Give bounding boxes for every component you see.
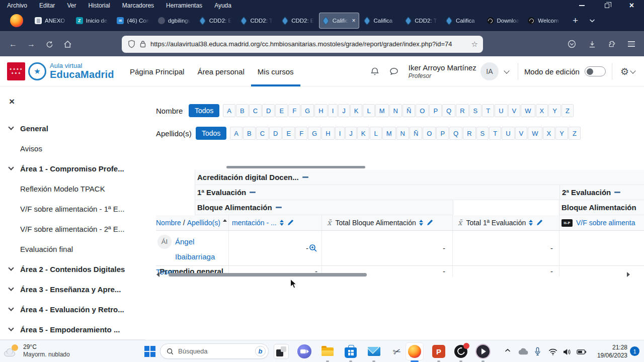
letter-filter-button[interactable]: J bbox=[338, 104, 350, 117]
start-button[interactable] bbox=[144, 346, 155, 357]
messages-icon[interactable] bbox=[389, 66, 399, 76]
course-index-row[interactable]: Reflexión Modelo TPACK bbox=[0, 178, 145, 199]
letter-filter-button[interactable]: F bbox=[288, 104, 300, 117]
letter-filter-button[interactable]: M bbox=[382, 127, 396, 140]
letter-filter-button[interactable]: O bbox=[416, 104, 429, 117]
letter-filter-button[interactable]: Z bbox=[561, 104, 574, 117]
letter-filter-button[interactable]: T bbox=[482, 104, 494, 117]
browser-tab[interactable]: Califica bbox=[442, 13, 482, 29]
browser-tab[interactable]: CDD2: E bbox=[196, 13, 236, 29]
media-player-icon[interactable] bbox=[476, 344, 490, 358]
course-index-row[interactable]: V/F sobre alimentación - 1ª E... bbox=[0, 199, 145, 219]
browser-tab[interactable]: CDD2: E bbox=[278, 13, 318, 29]
collapse-minus-icon[interactable] bbox=[276, 207, 282, 209]
minimize-icon[interactable] bbox=[579, 5, 585, 6]
pocket-icon[interactable] bbox=[568, 40, 576, 48]
letter-filter-button[interactable]: W bbox=[528, 127, 542, 140]
letter-filter-button[interactable]: R bbox=[456, 104, 468, 117]
home-icon[interactable] bbox=[58, 40, 76, 49]
letter-filter-button[interactable]: N bbox=[396, 127, 409, 140]
close-sidebar-icon[interactable]: × bbox=[9, 98, 17, 106]
edit-pencil-icon[interactable] bbox=[287, 219, 294, 226]
tray-expand-chevron-icon[interactable] bbox=[505, 348, 511, 352]
course-index-row[interactable]: Área 1 - Compromiso Profe... bbox=[0, 158, 145, 178]
letter-filter-button[interactable]: E bbox=[275, 104, 288, 117]
gear-icon[interactable]: ⚙ bbox=[620, 66, 629, 77]
notification-count-badge[interactable]: 1 bbox=[630, 346, 639, 356]
chevron-down-icon[interactable] bbox=[8, 285, 14, 291]
bing-icon[interactable]: b bbox=[255, 346, 266, 356]
bookmark-star-icon[interactable]: ☆ bbox=[471, 40, 478, 49]
sort-icon[interactable] bbox=[280, 220, 284, 226]
letter-filter-button[interactable]: G bbox=[308, 127, 321, 140]
menu-item[interactable]: Ayuda bbox=[214, 2, 231, 9]
lock-icon[interactable] bbox=[140, 40, 146, 48]
letter-filter-button[interactable]: W bbox=[521, 104, 535, 117]
list-tabs-chevron-icon[interactable] bbox=[589, 19, 595, 23]
browser-tab[interactable]: CDD2: T bbox=[401, 13, 441, 29]
close-icon[interactable]: × bbox=[629, 2, 634, 9]
microphone-icon[interactable] bbox=[534, 347, 541, 356]
browser-tab[interactable]: Welcom bbox=[524, 13, 565, 29]
course-index-row[interactable]: Área 2 - Contenidos Digitales bbox=[0, 259, 145, 279]
wifi-icon[interactable] bbox=[548, 348, 557, 355]
letter-filter-button[interactable]: K bbox=[350, 104, 363, 117]
letter-filter-button[interactable]: O bbox=[423, 127, 436, 140]
tray-clock[interactable]: 21:28 19/06/2023 bbox=[591, 343, 627, 359]
browser-tab[interactable]: ANEXO 1 - T bbox=[31, 13, 71, 29]
letter-filter-button[interactable]: T bbox=[489, 127, 501, 140]
settings-chevron-icon[interactable] bbox=[630, 68, 635, 73]
nav-link[interactable]: Mis cursos bbox=[251, 56, 300, 86]
task-view-icon[interactable] bbox=[274, 344, 288, 358]
letter-filter-button[interactable]: B bbox=[236, 104, 249, 117]
collapse-minus-icon[interactable] bbox=[250, 192, 256, 194]
notifications-bell-icon[interactable] bbox=[370, 66, 380, 76]
weather-widget[interactable]: 29°C Mayorm. nublado bbox=[4, 343, 70, 358]
letter-filter-button[interactable]: Q bbox=[449, 127, 462, 140]
shield-icon[interactable] bbox=[128, 40, 135, 48]
letter-filter-button[interactable]: X bbox=[536, 104, 548, 117]
browser-tab[interactable]: dgbilinguism bbox=[154, 13, 195, 29]
letter-filter-button[interactable]: R bbox=[463, 127, 475, 140]
letter-filter-button[interactable]: U bbox=[502, 127, 514, 140]
letter-filter-button[interactable]: H bbox=[321, 127, 334, 140]
menu-item[interactable]: Herramientas bbox=[166, 2, 202, 9]
letter-filter-button[interactable]: I bbox=[328, 104, 338, 117]
microsoft-store-icon[interactable] bbox=[344, 344, 358, 358]
reload-icon[interactable] bbox=[40, 40, 58, 49]
scroll-right-icon[interactable] bbox=[627, 272, 630, 277]
letter-filter-button[interactable]: V bbox=[508, 104, 521, 117]
taskbar-search[interactable]: Búsqueda b bbox=[160, 343, 269, 359]
collapse-minus-icon[interactable] bbox=[302, 176, 308, 178]
course-index-row[interactable]: Área 4 - Evaluación y Retro... bbox=[0, 299, 145, 319]
course-index-row[interactable]: Área 5 - Empoderamiento ... bbox=[0, 319, 145, 339]
letter-filter-button[interactable]: D bbox=[262, 104, 275, 117]
edit-pencil-icon[interactable] bbox=[426, 219, 433, 226]
onedrive-icon[interactable] bbox=[518, 348, 528, 355]
zoom-in-icon[interactable] bbox=[309, 244, 317, 252]
letter-filter-button[interactable]: P bbox=[429, 104, 442, 117]
letter-filter-button[interactable]: G bbox=[301, 104, 314, 117]
course-index-row[interactable]: General bbox=[0, 118, 145, 138]
collapse-minus-icon[interactable] bbox=[614, 192, 620, 194]
sort-nombre-link[interactable]: Nombre bbox=[156, 219, 181, 227]
letter-filter-button[interactable]: E bbox=[282, 127, 295, 140]
letter-filter-button[interactable]: Ñ bbox=[410, 127, 422, 140]
letter-filter-button[interactable]: A bbox=[230, 127, 243, 140]
chevron-down-icon[interactable] bbox=[8, 164, 14, 170]
volume-icon[interactable] bbox=[563, 348, 572, 355]
letter-filter-button[interactable]: C bbox=[249, 104, 262, 117]
letter-filter-button[interactable]: Ñ bbox=[403, 104, 415, 117]
sort-icon[interactable] bbox=[419, 220, 423, 226]
snipping-tool-icon[interactable]: ✂ bbox=[388, 343, 406, 360]
restore-icon[interactable] bbox=[605, 4, 609, 8]
browser-tab[interactable]: Downloa bbox=[484, 13, 524, 29]
obs-icon[interactable] bbox=[454, 344, 468, 358]
letter-filter-button[interactable]: J bbox=[345, 127, 357, 140]
menu-item[interactable]: Archivo bbox=[7, 2, 27, 9]
course-index-row[interactable]: Evaluación final bbox=[0, 239, 145, 259]
menu-item[interactable]: Editar bbox=[39, 2, 55, 9]
menu-item[interactable]: Ver bbox=[67, 2, 76, 9]
letter-filter-button[interactable]: L bbox=[370, 127, 381, 140]
letter-filter-button[interactable]: V bbox=[515, 127, 528, 140]
